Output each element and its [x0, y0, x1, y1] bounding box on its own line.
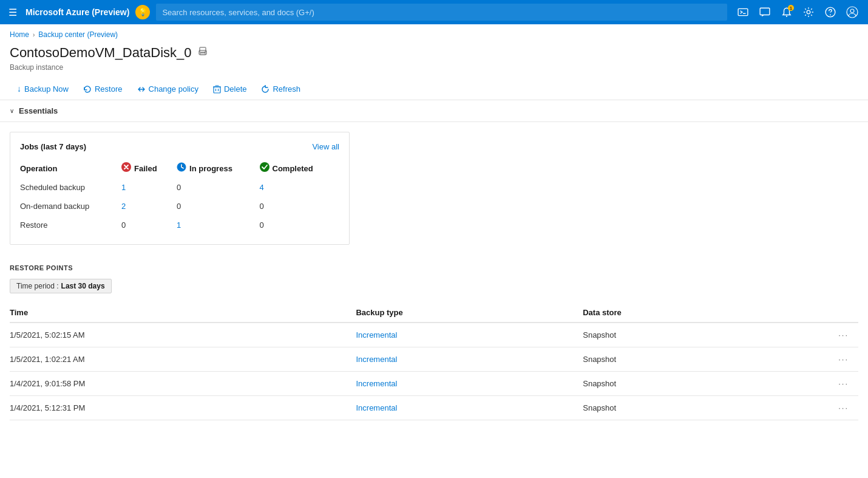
change-policy-button[interactable]: Change policy — [130, 81, 206, 96]
col-inprogress: In progress — [177, 159, 259, 178]
breadcrumb: Home › Backup center (Preview) — [0, 24, 868, 43]
help-icon[interactable] — [821, 2, 840, 22]
lightbulb-icon[interactable]: 💡 — [135, 5, 150, 19]
svg-point-12 — [204, 52, 205, 53]
refresh-icon — [261, 84, 270, 94]
breadcrumb-separator-1: › — [33, 32, 35, 38]
failed-status-icon — [121, 162, 131, 174]
page-subtitle: Backup instance — [0, 62, 868, 78]
essentials-header[interactable]: ∨ Essentials — [0, 100, 868, 122]
rp-time-1: 1/5/2021, 5:02:15 AM — [10, 323, 356, 347]
change-policy-label: Change policy — [149, 84, 198, 94]
print-icon[interactable] — [198, 47, 208, 59]
restore-points-section: RESTORE POINTS Time period : Last 30 day… — [0, 254, 868, 420]
main-content: Home › Backup center (Preview) ContosoDe… — [0, 24, 868, 478]
rp-col-data-store: Data store — [583, 303, 775, 323]
op-restore: Restore — [20, 216, 121, 234]
col-failed: Failed — [121, 159, 177, 178]
col-failed-label: Failed — [134, 164, 157, 173]
change-policy-icon — [137, 84, 146, 94]
jobs-table: Operation Failed — [20, 159, 339, 234]
svg-point-6 — [830, 15, 831, 16]
settings-icon[interactable] — [799, 2, 818, 22]
scheduled-inprogress: 0 — [177, 178, 259, 197]
restore-completed: 0 — [260, 216, 340, 234]
backup-now-label: Backup Now — [24, 84, 69, 94]
rp-actions-2[interactable]: ··· — [775, 347, 858, 372]
rp-data-store-1: Snapshot — [583, 323, 775, 347]
restore-label: Restore — [95, 84, 123, 94]
cloud-shell-icon[interactable] — [733, 2, 753, 22]
jobs-row-ondemand: On-demand backup 2 0 0 — [20, 197, 339, 216]
scheduled-failed[interactable]: 1 — [121, 178, 177, 197]
rp-backup-type-1[interactable]: Incremental — [356, 323, 583, 347]
rp-backup-type-4[interactable]: Incremental — [356, 396, 583, 420]
app-title: Microsoft Azure (Preview) — [25, 7, 129, 17]
toolbar: ↓ Backup Now Restore Change policy Delet… — [0, 78, 868, 100]
page-title-row: ContosoDemoVM_DataDisk_0 — [0, 43, 868, 62]
rp-time-2: 1/5/2021, 1:02:21 AM — [10, 347, 356, 372]
ondemand-inprogress: 0 — [177, 197, 259, 216]
scheduled-completed[interactable]: 4 — [260, 178, 340, 197]
svg-point-8 — [850, 9, 854, 13]
essentials-label: Essentials — [19, 106, 58, 115]
rp-row-2: 1/5/2021, 1:02:21 AM Incremental Snapsho… — [10, 347, 858, 372]
page-title: ContosoDemoVM_DataDisk_0 — [10, 45, 192, 61]
jobs-header: Jobs (last 7 days) View all — [20, 142, 339, 151]
breadcrumb-home[interactable]: Home — [10, 30, 29, 39]
feedback-icon[interactable] — [755, 2, 775, 22]
svg-rect-13 — [214, 87, 220, 93]
inprogress-status-icon — [177, 162, 186, 174]
restore-failed: 0 — [121, 216, 177, 234]
time-period-filter[interactable]: Time period : Last 30 days — [10, 279, 112, 293]
notifications-icon[interactable]: 1 — [777, 2, 796, 22]
search-input[interactable] — [156, 4, 727, 21]
rp-data-store-2: Snapshot — [583, 347, 775, 372]
restore-points-table: Time Backup type Data store 1/5/2021, 5:… — [10, 303, 858, 420]
rp-actions-3[interactable]: ··· — [775, 372, 858, 396]
svg-point-4 — [807, 10, 810, 14]
col-inprogress-label: In progress — [189, 164, 232, 173]
ondemand-failed[interactable]: 2 — [121, 197, 177, 216]
restore-inprogress[interactable]: 1 — [177, 216, 259, 234]
rp-row-3: 1/4/2021, 9:01:58 PM Incremental Snapsho… — [10, 372, 858, 396]
delete-icon — [213, 84, 221, 94]
jobs-row-restore: Restore 0 1 0 — [20, 216, 339, 234]
rp-col-time: Time — [10, 303, 356, 323]
restore-icon — [83, 84, 92, 94]
rp-actions-4[interactable]: ··· — [775, 396, 858, 420]
jobs-title: Jobs (last 7 days) — [20, 142, 86, 151]
rp-data-store-3: Snapshot — [583, 372, 775, 396]
account-icon[interactable] — [843, 2, 862, 22]
rp-backup-type-3[interactable]: Incremental — [356, 372, 583, 396]
rp-col-backup-type: Backup type — [356, 303, 583, 323]
top-bar-icon-group: 1 — [733, 2, 862, 22]
rp-col-actions — [775, 303, 858, 323]
rp-actions-1[interactable]: ··· — [775, 323, 858, 347]
refresh-button[interactable]: Refresh — [254, 81, 308, 96]
menu-icon[interactable]: ☰ — [6, 4, 19, 21]
ondemand-completed: 0 — [260, 197, 340, 216]
svg-point-3 — [786, 16, 787, 17]
completed-status-icon — [260, 162, 270, 174]
restore-button[interactable]: Restore — [76, 81, 130, 96]
breadcrumb-backup-center[interactable]: Backup center (Preview) — [38, 30, 118, 39]
backup-now-icon: ↓ — [17, 84, 21, 94]
view-all-link[interactable]: View all — [312, 142, 339, 151]
refresh-label: Refresh — [273, 84, 300, 94]
delete-button[interactable]: Delete — [206, 81, 254, 96]
rp-row-1: 1/5/2021, 5:02:15 AM Incremental Snapsho… — [10, 323, 858, 347]
backup-now-button[interactable]: ↓ Backup Now — [10, 81, 76, 96]
svg-rect-11 — [200, 53, 205, 55]
jobs-row-scheduled: Scheduled backup 1 0 4 — [20, 178, 339, 197]
notification-badge: 1 — [788, 5, 794, 11]
time-period-value: Last 30 days — [61, 282, 105, 290]
rp-time-4: 1/4/2021, 5:12:31 PM — [10, 396, 356, 420]
time-period-label: Time period : — [16, 282, 59, 290]
rp-backup-type-2[interactable]: Incremental — [356, 347, 583, 372]
essentials-chevron-icon: ∨ — [10, 108, 14, 114]
op-scheduled: Scheduled backup — [20, 178, 121, 197]
top-bar: ☰ Microsoft Azure (Preview) 💡 1 — [0, 0, 868, 24]
rp-row-4: 1/4/2021, 5:12:31 PM Incremental Snapsho… — [10, 396, 858, 420]
rp-time-3: 1/4/2021, 9:01:58 PM — [10, 372, 356, 396]
